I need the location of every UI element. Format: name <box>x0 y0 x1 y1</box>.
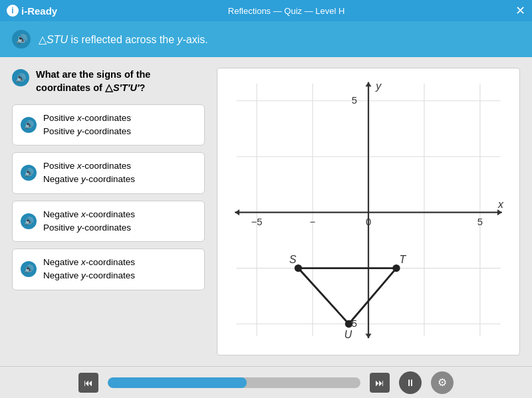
question-text: What are the signs of the coordinates of… <box>36 68 205 95</box>
titlebar: i i-Ready Reflections — Quiz — Level H ✕ <box>0 0 532 21</box>
next-button[interactable]: ⏭ <box>370 373 390 393</box>
close-button[interactable]: ✕ <box>515 5 525 17</box>
svg-text:U: U <box>344 329 352 340</box>
svg-point-25 <box>295 264 302 272</box>
banner-text: △STU is reflected across the y-axis. <box>39 33 208 46</box>
svg-point-26 <box>392 264 400 272</box>
svg-text:−5: −5 <box>251 217 263 227</box>
logo: i i-Ready <box>7 5 57 17</box>
answer-options: 🔊 Positive x-coordinatesPositive y-coord… <box>12 104 205 290</box>
svg-text:S: S <box>289 254 297 265</box>
bottombar: ⏮ ⏭ ⏸ ⚙ <box>0 366 532 398</box>
svg-text:0: 0 <box>366 217 371 227</box>
main-content: 🔊 What are the signs of the coordinates … <box>0 57 532 366</box>
graph-svg: −5 − 5 0 x 5 −5 y S T <box>217 68 519 355</box>
progress-bar-container <box>108 377 360 388</box>
pause-button[interactable]: ⏸ <box>399 371 422 394</box>
svg-text:y: y <box>375 80 382 92</box>
option-2-text: Positive x-coordinatesNegative y-coordin… <box>43 159 135 187</box>
svg-point-27 <box>345 320 352 328</box>
svg-text:−: − <box>310 217 316 227</box>
titlebar-title: Reflections — Quiz — Level H <box>228 6 345 16</box>
option-1-speaker[interactable]: 🔊 <box>21 117 37 133</box>
option-1[interactable]: 🔊 Positive x-coordinatesPositive y-coord… <box>12 104 205 146</box>
option-4[interactable]: 🔊 Negative x-coordinatesNegative y-coord… <box>12 249 205 290</box>
svg-marker-15 <box>365 334 371 338</box>
coordinate-plane: −5 − 5 0 x 5 −5 y S T <box>217 68 520 355</box>
svg-marker-12 <box>235 209 239 215</box>
option-3[interactable]: 🔊 Negative x-coordinatesPositive y-coord… <box>12 201 205 243</box>
prev-button[interactable]: ⏮ <box>78 373 98 393</box>
svg-marker-11 <box>497 209 502 215</box>
option-4-speaker[interactable]: 🔊 <box>21 261 37 277</box>
option-3-text: Negative x-coordinatesPositive y-coordin… <box>43 208 135 235</box>
svg-text:T: T <box>400 254 407 265</box>
progress-bar-fill <box>108 377 247 388</box>
svg-text:5: 5 <box>352 95 357 106</box>
option-2-speaker[interactable]: 🔊 <box>21 165 37 181</box>
svg-text:5: 5 <box>477 217 483 227</box>
settings-button[interactable]: ⚙ <box>431 371 454 394</box>
svg-marker-14 <box>365 82 371 86</box>
question-banner: 🔊 △STU is reflected across the y-axis. <box>0 21 532 57</box>
option-1-text: Positive x-coordinatesPositive y-coordin… <box>43 112 131 139</box>
svg-text:x: x <box>497 199 504 210</box>
option-2[interactable]: 🔊 Positive x-coordinatesNegative y-coord… <box>12 152 205 194</box>
banner-speaker-button[interactable]: 🔊 <box>12 30 31 49</box>
option-4-text: Negative x-coordinatesNegative y-coordin… <box>43 256 135 283</box>
logo-icon: i <box>7 5 19 17</box>
option-3-speaker[interactable]: 🔊 <box>21 213 37 229</box>
question-header: 🔊 What are the signs of the coordinates … <box>12 68 205 95</box>
left-panel: 🔊 What are the signs of the coordinates … <box>12 68 205 355</box>
logo-text: i-Ready <box>21 5 57 17</box>
question-speaker-button[interactable]: 🔊 <box>12 69 29 86</box>
